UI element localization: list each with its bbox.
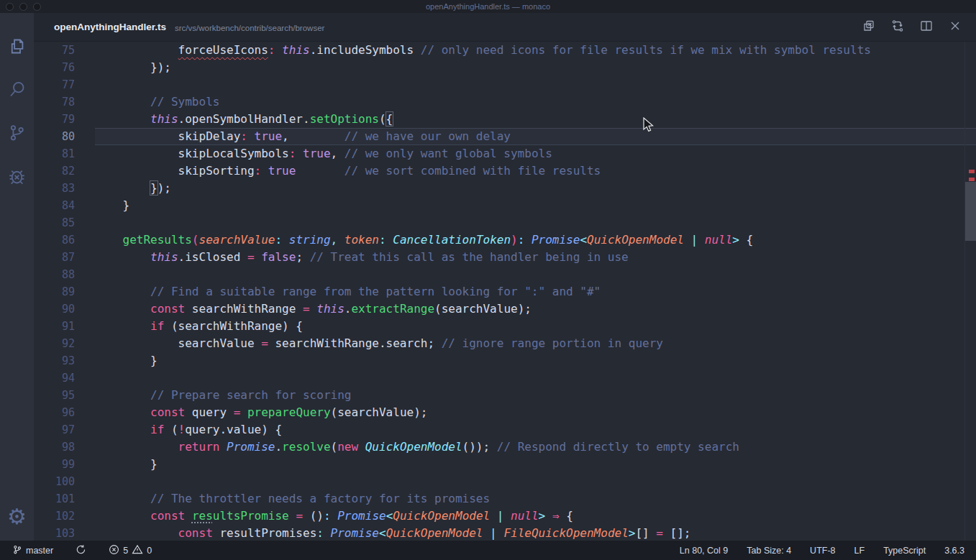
code-line[interactable]: 79 this.openSymbolHandler.setOptions({	[34, 111, 976, 128]
code-text: if (searchWithRange) {	[95, 318, 976, 335]
code-line[interactable]: 95 // Prepare search for scoring	[34, 387, 976, 404]
code-line[interactable]: 98 return Promise.resolve(new QuickOpenM…	[34, 439, 976, 456]
token: >	[732, 233, 739, 247]
line-number[interactable]: 76	[34, 59, 75, 76]
line-number[interactable]: 75	[34, 42, 75, 59]
code-text: if (!query.value) {	[95, 421, 976, 439]
line-number[interactable]: 101	[34, 490, 75, 508]
code-line[interactable]: 101 // The throttler needs a factory for…	[34, 490, 976, 508]
token: =	[303, 302, 310, 316]
line-number[interactable]: 93	[34, 352, 75, 369]
line-number[interactable]: 97	[34, 421, 75, 439]
line-number[interactable]: 88	[34, 266, 75, 283]
sidebar-item-explorer[interactable]	[0, 33, 34, 62]
code-line[interactable]: 85	[34, 214, 976, 231]
code-text: skipSorting: true // we sort combined wi…	[95, 162, 976, 180]
token: :	[289, 147, 296, 160]
code-line[interactable]: 102 const resultsPromise = (): Promise<Q…	[34, 508, 976, 525]
line-number[interactable]: 96	[34, 404, 75, 421]
line-number[interactable]: 84	[34, 197, 75, 214]
code-line[interactable]: 103 const resultPromises: Promise<QuickO…	[34, 525, 976, 541]
line-number[interactable]: 87	[34, 249, 75, 266]
line-number[interactable]: 91	[34, 318, 75, 335]
code-line[interactable]: 90 const searchWithRange = this.extractR…	[34, 300, 976, 318]
settings-gear-icon: ⚙	[7, 506, 27, 528]
token: const	[150, 509, 185, 523]
line-number[interactable]: 83	[34, 180, 75, 197]
overlapping-windows-button[interactable]	[858, 17, 880, 38]
git-branch-status[interactable]: master	[9, 544, 57, 557]
line-number[interactable]: 100	[34, 473, 75, 490]
token	[261, 164, 268, 178]
line-number[interactable]: 103	[34, 525, 75, 541]
token: (searchValue);	[434, 302, 532, 316]
sidebar-item-debug[interactable]	[0, 163, 34, 192]
language-mode[interactable]: TypeScript	[883, 546, 926, 556]
line-number[interactable]: 94	[34, 369, 75, 387]
line-number[interactable]: 82	[34, 162, 75, 180]
scrollbar-thumb[interactable]	[965, 182, 976, 241]
token: // The throttler needs a factory for its…	[150, 492, 490, 505]
code-line[interactable]: 97 if (!query.value) {	[34, 421, 976, 439]
encoding[interactable]: UTF-8	[810, 546, 835, 556]
code-line[interactable]: 91 if (searchWithRange) {	[34, 318, 976, 335]
split-editor-button[interactable]	[916, 17, 937, 38]
line-number[interactable]: 80	[34, 128, 75, 145]
line-number[interactable]: 98	[34, 439, 75, 456]
sidebar-item-search[interactable]	[0, 76, 34, 105]
code-line[interactable]: 80 skipDelay: true, // we have our own d…	[34, 128, 976, 145]
token	[331, 509, 338, 523]
line-number[interactable]: 79	[34, 111, 75, 128]
code-line[interactable]: 75 forceUseIcons: this.includeSymbols //…	[34, 42, 976, 59]
line-number[interactable]: 77	[34, 76, 75, 93]
window-title: openAnythingHandler.ts — monaco	[0, 2, 976, 11]
editor-tab-header[interactable]: openAnythingHandler.ts src/vs/workbench/…	[34, 13, 976, 42]
line-number[interactable]: 81	[34, 145, 75, 162]
tab-size[interactable]: Tab Size: 4	[747, 546, 791, 556]
line-number[interactable]: 78	[34, 93, 75, 111]
minimize-window-button[interactable]	[19, 3, 27, 11]
code-line[interactable]: 94	[34, 369, 976, 387]
problems-status[interactable]: 5 0	[105, 544, 155, 557]
status-bar: master 5 0 Ln 80, Col 9 Tab Size: 4 UTF-…	[0, 541, 976, 560]
open-changes-button[interactable]	[887, 17, 908, 38]
code-line[interactable]: 99 }	[34, 456, 976, 473]
code-line[interactable]: 88	[34, 266, 976, 283]
code-line[interactable]: 83 });	[34, 180, 976, 197]
code-editor[interactable]: 75 forceUseIcons: this.includeSymbols //…	[34, 42, 976, 541]
line-number[interactable]: 99	[34, 456, 75, 473]
line-number[interactable]: 90	[34, 300, 75, 318]
line-number[interactable]: 85	[34, 214, 75, 231]
ts-version[interactable]: 3.6.3	[944, 546, 964, 556]
token: [];	[663, 526, 691, 540]
cursor-position[interactable]: Ln 80, Col 9	[680, 546, 728, 556]
code-line[interactable]: 78 // Symbols	[34, 93, 976, 111]
code-line[interactable]: 87 this.isClosed = false; // Treat this …	[34, 249, 976, 266]
line-number[interactable]: 89	[34, 283, 75, 300]
token: skipSorting	[178, 164, 255, 178]
token: true	[268, 164, 296, 178]
code-line[interactable]: 76 });	[34, 59, 976, 76]
code-line[interactable]: 92 searchValue = searchWithRange.search;…	[34, 335, 976, 352]
eol-type[interactable]: LF	[854, 546, 865, 556]
line-number[interactable]: 102	[34, 508, 75, 525]
sync-button[interactable]	[72, 544, 90, 557]
code-line[interactable]: 82 skipSorting: true // we sort combined…	[34, 162, 976, 180]
sidebar-item-source-control[interactable]	[0, 119, 34, 148]
line-number[interactable]: 95	[34, 387, 75, 404]
code-line[interactable]: 100	[34, 473, 976, 490]
editor-lines: 75 forceUseIcons: this.includeSymbols //…	[34, 42, 976, 541]
code-line[interactable]: 77	[34, 76, 976, 93]
close-tab-button[interactable]	[944, 17, 966, 38]
line-number[interactable]: 86	[34, 231, 75, 249]
code-line[interactable]: 84 }	[34, 197, 976, 214]
code-line[interactable]: 86 getResults(searchValue: string, token…	[34, 231, 976, 249]
code-line[interactable]: 96 const query = prepareQuery(searchValu…	[34, 404, 976, 421]
code-line[interactable]: 93 }	[34, 352, 976, 369]
close-window-button[interactable]	[6, 3, 14, 11]
settings-button[interactable]: ⚙	[0, 502, 34, 531]
code-line[interactable]: 89 // Find a suitable range from the pat…	[34, 283, 976, 300]
line-number[interactable]: 92	[34, 335, 75, 352]
code-line[interactable]: 81 skipLocalSymbols: true, // we only wa…	[34, 145, 976, 162]
maximize-window-button[interactable]	[33, 3, 41, 11]
